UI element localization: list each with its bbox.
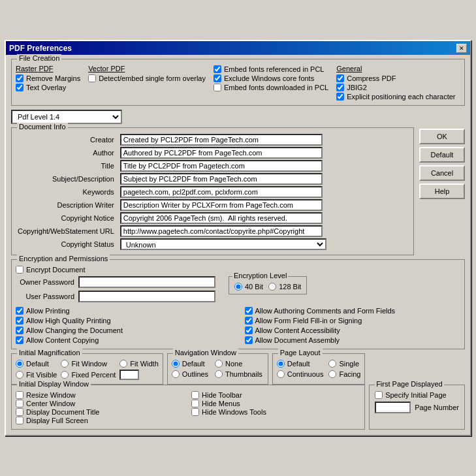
nav-thumbnails-radio[interactable] [215, 370, 223, 378]
specify-initial-page-checkbox[interactable] [375, 391, 383, 399]
40bit-label: 40 Bit [245, 283, 263, 291]
encryption-label: Encryption and Permissions [17, 255, 110, 262]
bottom-row-2: Initial Display Window Resize Window Cen… [11, 385, 465, 430]
hide-windows-tools-label: Hide Windows Tools [202, 408, 266, 416]
side-buttons: OK Default Cancel Help [419, 127, 465, 259]
layout-facing-radio[interactable] [328, 370, 336, 378]
jbig2-checkbox[interactable] [336, 84, 344, 91]
explicit-pos-checkbox[interactable] [336, 93, 344, 101]
copyright-notice-input[interactable] [120, 212, 323, 224]
layout-single-radio[interactable] [328, 360, 336, 368]
help-button[interactable]: Help [419, 183, 465, 199]
resize-window-label: Resize Window [26, 391, 76, 399]
allow-printing-row: Allow Printing [16, 307, 232, 315]
subject-input[interactable] [120, 173, 323, 185]
owner-pass-input[interactable] [78, 276, 215, 288]
enc-level-options: 40 Bit 128 Bit [234, 279, 301, 291]
display-full-screen-checkbox[interactable] [16, 417, 24, 424]
center-window-row: Center Window [16, 400, 185, 407]
mag-default-row: Default [16, 360, 57, 368]
pdf-level-select[interactable]: Pdf Level 1.0 Pdf Level 1.1 Pdf Level 1.… [11, 110, 122, 124]
allow-content-copy-checkbox[interactable] [16, 336, 24, 344]
embed-fonts-dl-checkbox[interactable] [214, 84, 221, 91]
allow-form-fill-checkbox[interactable] [245, 317, 253, 325]
hide-toolbar-checkbox[interactable] [191, 391, 199, 399]
hide-windows-tools-checkbox[interactable] [191, 408, 199, 416]
subject-label: Subject/Description [16, 172, 118, 185]
creator-label: Creator [16, 133, 118, 146]
copyright-status-cell: Unknown [118, 238, 409, 251]
text-overlay-checkbox[interactable] [16, 84, 24, 91]
navigation-window-group: Navigation Window Default None [167, 353, 268, 385]
encryption-level-box: Encryption Level 40 Bit 128 Bit [229, 276, 307, 294]
mag-fitvisible-radio[interactable] [16, 371, 24, 379]
file-creation-group: File Creation Raster PDF Remove Margins … [11, 59, 465, 106]
copyright-status-select[interactable]: Unknown [120, 238, 326, 250]
owner-pass-label: Owner Password [16, 278, 74, 286]
128bit-radio[interactable] [268, 283, 276, 291]
first-page-group: First Page Displayed Specify Initial Pag… [369, 385, 465, 430]
allow-doc-assembly-checkbox[interactable] [245, 336, 253, 344]
mag-fitwindow-radio[interactable] [61, 360, 69, 368]
remove-margins-checkbox[interactable] [16, 74, 24, 82]
mag-default-radio[interactable] [16, 360, 24, 368]
nav-outlines-radio[interactable] [172, 370, 180, 378]
detect-embed-checkbox[interactable] [88, 74, 96, 82]
copyright-status-label: Copyright Status [16, 238, 118, 251]
allow-content-copy-row: Allow Content Copying [16, 336, 232, 344]
table-row: Description Writer [16, 198, 409, 212]
128bit-row: 128 Bit [268, 283, 301, 291]
default-button[interactable]: Default [419, 147, 465, 163]
document-info-inner: Creator Author Title [16, 131, 409, 251]
page-layout-label: Page Layout [278, 349, 323, 357]
display-doc-title-checkbox[interactable] [16, 408, 24, 416]
file-creation-label: File Creation [17, 54, 61, 62]
title-input[interactable] [120, 160, 323, 172]
resize-window-checkbox[interactable] [16, 391, 24, 399]
embed-fonts-ref-checkbox[interactable] [214, 65, 221, 73]
nav-none-radio[interactable] [215, 360, 223, 368]
owner-pass-row: Owner Password [16, 276, 215, 288]
page-layout-group: Page Layout Default Single C [272, 353, 366, 385]
encryption-group: Encryption and Permissions Encrypt Docum… [11, 259, 465, 349]
desc-writer-input[interactable] [120, 199, 323, 211]
user-pass-input[interactable] [78, 291, 215, 302]
allow-authoring-checkbox[interactable] [245, 307, 253, 315]
layout-continuous-radio[interactable] [277, 370, 285, 378]
nav-default-radio[interactable] [172, 360, 180, 368]
allow-hq-printing-checkbox[interactable] [16, 317, 24, 325]
exclude-windows-row: Exclude Windows core fonts [214, 74, 328, 82]
allow-printing-checkbox[interactable] [16, 307, 24, 315]
40bit-radio[interactable] [234, 283, 242, 291]
table-row: Copyright Status Unknown [16, 238, 409, 251]
close-button[interactable]: ✕ [456, 44, 467, 53]
center-window-checkbox[interactable] [16, 400, 24, 407]
40bit-row: 40 Bit [234, 283, 263, 291]
copyright-url-input[interactable] [120, 225, 323, 237]
resize-window-row: Resize Window [16, 391, 185, 399]
compress-pdf-checkbox[interactable] [336, 74, 344, 82]
mag-fitwidth-radio[interactable] [119, 360, 127, 368]
encrypt-doc-checkbox[interactable] [16, 266, 24, 274]
cancel-button[interactable]: Cancel [419, 165, 465, 181]
explicit-pos-label: Explicit positioning each character [347, 93, 455, 101]
ok-button[interactable]: OK [419, 129, 465, 144]
creator-input[interactable] [120, 134, 323, 146]
allow-changing-checkbox[interactable] [16, 326, 24, 334]
fixed-percent-input[interactable] [119, 370, 139, 380]
permissions-grid: Allow Printing Allow Authoring Comments … [16, 306, 460, 345]
allow-content-access-checkbox[interactable] [245, 326, 253, 334]
exclude-windows-checkbox[interactable] [214, 74, 221, 82]
author-input[interactable] [120, 147, 323, 159]
mag-fixedpercent-radio[interactable] [61, 371, 69, 379]
mag-fitvisible-row: Fit Visible [16, 371, 57, 379]
pdf-level-row: Pdf Level 1.0 Pdf Level 1.1 Pdf Level 1.… [11, 110, 465, 124]
mag-fitwidth-row: Fit Width [119, 360, 158, 368]
hide-menus-checkbox[interactable] [191, 400, 199, 407]
keywords-input[interactable] [120, 186, 323, 198]
page-number-input[interactable] [375, 402, 411, 413]
allow-hq-printing-row: Allow High Quality Printing [16, 317, 232, 325]
layout-facing-label: Facing [339, 370, 360, 378]
layout-default-radio[interactable] [277, 360, 285, 368]
hide-menus-row: Hide Menus [191, 400, 360, 407]
